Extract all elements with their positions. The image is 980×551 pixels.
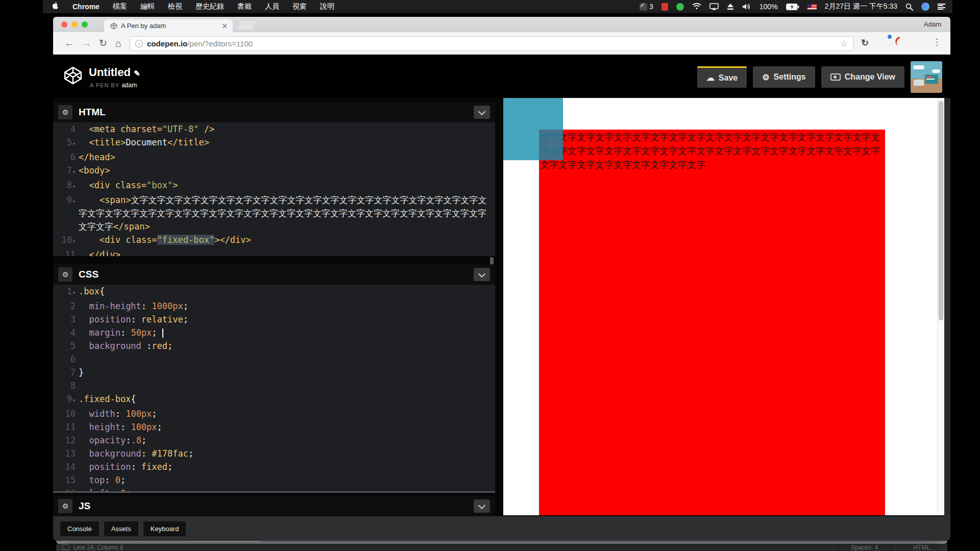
menubar-menu[interactable]: 檢視 xyxy=(168,2,182,11)
editors-panel: ⚙ HTML 4 <meta charset="UTF-8" />5▾ <tit… xyxy=(53,98,495,516)
html-editor-section: ⚙ HTML 4 <meta charset="UTF-8" />5▾ <tit… xyxy=(53,102,495,256)
menubar-menu[interactable]: 檔案 xyxy=(113,2,127,11)
js-editor-header: ⚙ JS xyxy=(53,496,495,516)
red-app-icon[interactable] xyxy=(662,3,668,11)
code-line: 9▾ <span>文字文字文字文字文字文字文字文字文字文字文字文字文字文字文字文… xyxy=(53,193,495,233)
preview-red-box: 文字文字文字文字文字文字文字文字文字文字文字文字文字文字文字文字文字文字文字文字… xyxy=(539,130,885,515)
menubar-menu[interactable]: 說明 xyxy=(320,2,334,11)
js-editor-section: ⚙ JS xyxy=(53,496,495,516)
siri-icon[interactable] xyxy=(921,3,929,11)
apple-menu-icon[interactable] xyxy=(52,2,59,12)
sublime-syntax-indicator: HTML xyxy=(895,544,947,551)
eject-icon[interactable] xyxy=(727,4,734,10)
window-zoom-button[interactable] xyxy=(82,21,88,28)
code-line: 5 background :red; xyxy=(53,339,495,353)
tab-close-icon[interactable]: ✕ xyxy=(222,22,228,30)
back-button[interactable]: ← xyxy=(64,37,74,50)
view-icon xyxy=(830,73,841,81)
menubar-app-name[interactable]: Chrome xyxy=(72,3,100,11)
page-info-icon[interactable]: i xyxy=(135,40,143,47)
url-path: /pen/?editors=1100 xyxy=(187,39,253,48)
menubar-clock[interactable]: 2月27日 週一 下午5:33 xyxy=(825,2,897,11)
preview-scrollbar[interactable] xyxy=(937,98,944,515)
input-source-flag-icon[interactable] xyxy=(807,4,817,10)
preview-span-text: 文字文字文字文字文字文字文字文字文字文字文字文字文字文字文字文字文字文字文字文字… xyxy=(539,130,885,172)
css-editor-header: ⚙ CSS xyxy=(53,264,495,285)
browser-tab[interactable]: A Pen by adam ✕ xyxy=(104,19,233,32)
menubar-menu[interactable]: 編輯 xyxy=(140,2,155,11)
code-line: 7} xyxy=(53,366,495,379)
code-line: 15 top: 0; xyxy=(53,473,495,487)
bookmark-star-icon[interactable]: ☆ xyxy=(840,38,848,49)
messenger-app-icon[interactable] xyxy=(676,3,684,11)
menubar-menu[interactable]: 歷史紀錄 xyxy=(195,2,224,11)
reload-button[interactable]: ↻ xyxy=(99,37,107,50)
window-minimize-button[interactable] xyxy=(71,21,78,28)
edit-pencil-icon[interactable]: ✎ xyxy=(134,69,140,78)
pen-title[interactable]: Untitled✎ xyxy=(89,66,140,79)
css-settings-gear-icon[interactable]: ⚙ xyxy=(58,267,72,282)
css-editor-title: CSS xyxy=(79,269,99,280)
main-area: ⚙ HTML 4 <meta charset="UTF-8" />5▾ <tit… xyxy=(53,98,950,516)
code-line: 12 opacity:.8; xyxy=(53,434,495,447)
volume-icon[interactable] xyxy=(742,3,751,10)
code-line: 3 position: relative; xyxy=(53,313,495,326)
codepen-favicon xyxy=(110,22,117,30)
html-editor-header: ⚙ HTML xyxy=(53,102,495,122)
js-editor-title: JS xyxy=(79,500,90,512)
wifi-icon[interactable] xyxy=(692,3,701,10)
preview-fixed-box xyxy=(503,98,563,160)
code-line: 1▾.box{ xyxy=(53,285,495,299)
assets-button[interactable]: Assets xyxy=(104,521,138,536)
notification-center-icon[interactable] xyxy=(938,4,945,10)
new-tab-button[interactable] xyxy=(237,21,256,30)
forward-button[interactable]: → xyxy=(82,37,91,50)
html-collapse-chevron-icon[interactable] xyxy=(474,106,490,119)
sublime-spaces-indicator: Spaces: 4 xyxy=(833,544,895,551)
css-code-area[interactable]: 1▾.box{2 min-height: 1000px;3 position: … xyxy=(53,285,495,493)
html-code-area[interactable]: 4 <meta charset="UTF-8" />5▾ <title>Docu… xyxy=(53,122,495,256)
extension-red-icon[interactable] xyxy=(893,36,901,48)
menubar-menu[interactable]: 視窗 xyxy=(292,2,307,11)
code-line: 14 position: fixed; xyxy=(53,460,495,473)
menubar-menu[interactable]: 人員 xyxy=(265,2,279,11)
menubar-menu[interactable]: 書籤 xyxy=(237,2,252,11)
html-settings-gear-icon[interactable]: ⚙ xyxy=(58,105,72,119)
css-editor-hscrollbar[interactable] xyxy=(53,491,495,493)
app-badge-3[interactable]: 3 xyxy=(640,3,653,11)
js-collapse-chevron-icon[interactable] xyxy=(474,499,490,513)
code-line: 11 </div> xyxy=(53,248,495,256)
sublime-cursor-position: Line 24, Column 8 xyxy=(74,544,123,551)
pen-author[interactable]: adam xyxy=(121,82,137,89)
input-switcher-icon xyxy=(640,3,647,11)
save-button[interactable]: ☁Save xyxy=(697,66,747,88)
codepen-header: Untitled✎ A PEN BYadam ☁Save ⚙Settings C… xyxy=(53,55,950,98)
home-button[interactable]: ⌂ xyxy=(115,37,121,50)
code-line: 11 height: 100px; xyxy=(53,420,495,434)
css-editor-section: ⚙ CSS 1▾.box{2 min-height: 1000px;3 posi… xyxy=(53,264,495,493)
html-editor-title: HTML xyxy=(79,107,106,118)
window-close-button[interactable] xyxy=(61,21,67,28)
spotlight-search-icon[interactable] xyxy=(905,3,913,11)
code-line: 6 xyxy=(53,353,495,366)
codepen-logo[interactable] xyxy=(63,66,83,87)
change-view-button[interactable]: Change View xyxy=(821,66,904,88)
address-bar[interactable]: i codepen.io/pen/?editors=1100 ☆ xyxy=(130,36,853,51)
console-button[interactable]: Console xyxy=(60,521,99,536)
battery-percentage: 100% xyxy=(760,3,778,11)
css-collapse-chevron-icon[interactable] xyxy=(474,268,490,281)
browser-profile-name[interactable]: Adam xyxy=(924,20,941,28)
browser-menu-icon[interactable]: ⋮ xyxy=(933,37,941,47)
code-line: 9▾.fixed-box{ xyxy=(53,392,495,407)
preview-scrollbar-thumb[interactable] xyxy=(939,101,943,320)
user-avatar[interactable] xyxy=(911,61,942,93)
keyboard-button[interactable]: Keyboard xyxy=(143,521,186,536)
battery-icon[interactable] xyxy=(786,4,799,10)
cloud-icon: ☁ xyxy=(706,73,715,83)
extension-sync-icon[interactable]: ↻ xyxy=(861,37,869,48)
settings-button[interactable]: ⚙Settings xyxy=(753,66,815,88)
tab-strip: A Pen by adam ✕ Adam xyxy=(53,17,950,32)
sublime-status-bar: Line 24, Column 8 Spaces: 4 HTML xyxy=(56,544,947,551)
js-settings-gear-icon[interactable]: ⚙ xyxy=(58,499,72,513)
airplay-display-icon[interactable] xyxy=(709,3,719,10)
